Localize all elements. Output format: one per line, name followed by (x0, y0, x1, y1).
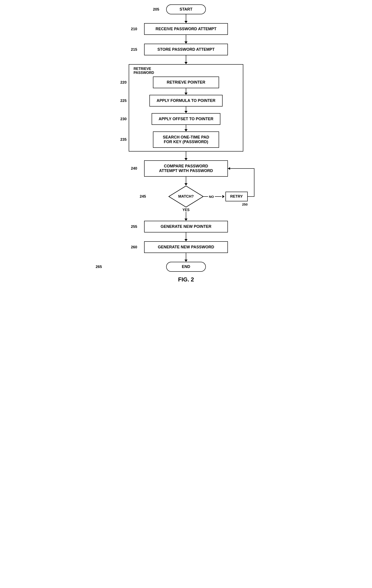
ref-235: 235 (120, 137, 127, 142)
yes-section: YES (182, 208, 190, 221)
end-row: 265 END (109, 262, 263, 272)
gen-password-node: GENERATE NEW PASSWORD (144, 241, 228, 253)
gen-pointer-node: GENERATE NEW POINTER (144, 221, 228, 232)
arrow-offset-search (184, 125, 188, 131)
ref-215: 215 (131, 47, 137, 52)
arrowhead-genpointer-genpassword (184, 239, 188, 241)
store-section: 215 STORE PASSWORD ATTEMPT (144, 44, 228, 64)
line-retrieve-formula (186, 88, 186, 93)
arrowhead-start-receive (184, 21, 188, 23)
arrowhead-store-group (184, 62, 188, 64)
arrow-compare-diamond (186, 177, 186, 183)
ref-225: 225 (120, 99, 127, 103)
ref-205: 205 (153, 7, 159, 12)
gen-pointer-section: 255 GENERATE NEW POINTER (144, 221, 228, 241)
start-section: 205 START (166, 4, 206, 23)
compare-section: 240 COMPARE PASSWORDATTEMPT WITH PASSWOR… (144, 160, 228, 186)
search-otp-row: 235 SEARCH ONE-TIME PADFOR KEY (PASSWORD… (132, 131, 240, 148)
apply-formula-node: APPLY FORMULA TO POINTER (150, 95, 222, 106)
no-h-line2 (215, 196, 221, 197)
line-offset-search (186, 125, 186, 129)
fig-label: FIG. 2 (178, 276, 194, 283)
no-label: NO (209, 195, 214, 199)
arrowhead-formula-offset (184, 111, 188, 113)
yes-label: YES (182, 208, 190, 212)
match-diamond: MATCH? (168, 186, 204, 208)
ref-210: 210 (131, 27, 137, 31)
receive-row: 210 RECEIVE PASSWORD ATTEMPT (144, 23, 228, 35)
arrowhead-yes-genpointer (184, 219, 188, 221)
start-node: START (166, 4, 206, 14)
ref-240: 240 (131, 166, 137, 171)
apply-offset-section: 230 APPLY OFFSET TO POINTER (132, 113, 240, 131)
store-row: 215 STORE PASSWORD ATTEMPT (144, 44, 228, 55)
gen-password-row: 260 GENERATE NEW PASSWORD (144, 241, 228, 253)
gen-pointer-row: 255 GENERATE NEW POINTER (144, 221, 228, 232)
start-row: 205 START (166, 4, 206, 14)
arrowhead-genpassword-end (184, 260, 188, 262)
arrow-yes-genpointer (186, 212, 186, 219)
ref-265: 265 (96, 265, 102, 269)
apply-formula-section: 225 APPLY FORMULA TO POINTER (132, 95, 240, 113)
arrow-group-compare (186, 152, 186, 158)
arrow-store-group (186, 55, 186, 62)
store-node: STORE PASSWORD ATTEMPT (144, 44, 228, 55)
compare-node: COMPARE PASSWORDATTEMPT WITH PASSWORD (144, 160, 228, 177)
ref-255: 255 (131, 224, 137, 229)
arrowhead-compare-diamond (184, 183, 188, 186)
arrow-start-receive (186, 14, 186, 21)
arrow-genpointer-genpassword (186, 232, 186, 239)
retry-node: RETRY (225, 192, 248, 201)
apply-offset-row: 230 APPLY OFFSET TO POINTER (132, 113, 240, 125)
arrowhead-no-retry (222, 195, 225, 198)
receive-node: RECEIVE PASSWORD ATTEMPT (144, 23, 228, 35)
receive-section: 210 RECEIVE PASSWORD ATTEMPT (144, 23, 228, 44)
group-label: RETRIEVEPASSWORD (132, 67, 154, 75)
search-otp-section: 235 SEARCH ONE-TIME PADFOR KEY (PASSWORD… (132, 131, 240, 148)
match-label: MATCH? (178, 194, 194, 199)
arrowhead-offset-search (184, 129, 188, 131)
no-h-line1 (204, 196, 208, 197)
arrow-retrieve-formula (184, 88, 188, 95)
gen-password-section: 260 GENERATE NEW PASSWORD (144, 241, 228, 262)
retrieve-pointer-row: 220 RETRIEVE POINTER (132, 76, 240, 88)
arrow-genpassword-end (186, 253, 186, 260)
compare-row: 240 COMPARE PASSWORDATTEMPT WITH PASSWOR… (144, 160, 228, 177)
no-branch: NO RETRY 250 (204, 192, 248, 201)
flowchart: 205 START 210 RECEIVE PASSWORD ATTEMPT 2… (109, 4, 263, 283)
ref-250: 250 (242, 202, 248, 206)
end-node: END (166, 262, 206, 272)
diagram-container: 205 START 210 RECEIVE PASSWORD ATTEMPT 2… (109, 4, 263, 283)
svg-marker-1 (228, 167, 230, 170)
ref-260: 260 (131, 245, 137, 250)
line-formula-offset (186, 106, 186, 111)
arrow-formula-offset (184, 106, 188, 113)
apply-offset-node: APPLY OFFSET TO POINTER (152, 113, 221, 125)
search-otp-node: SEARCH ONE-TIME PADFOR KEY (PASSWORD) (153, 131, 219, 148)
match-diamond-row: 245 MATCH? NO RETRY 250 (109, 186, 263, 208)
ref-245: 245 (140, 194, 146, 199)
retrieve-pointer-section: 220 RETRIEVE POINTER (132, 76, 240, 95)
group-section: RETRIEVEPASSWORD 220 RETRIEVE POINTER (129, 64, 243, 160)
retrieve-pointer-node: RETRIEVE POINTER (153, 76, 219, 88)
ref-230: 230 (120, 117, 127, 121)
arrowhead-receive-store (184, 42, 188, 44)
retrieve-password-group: RETRIEVEPASSWORD 220 RETRIEVE POINTER (129, 64, 243, 152)
arrow-receive-store (186, 35, 186, 42)
arrowhead-retrieve-formula (184, 93, 188, 95)
arrowhead-group-compare (184, 158, 188, 160)
apply-formula-row: 225 APPLY FORMULA TO POINTER (132, 95, 240, 106)
ref-220: 220 (120, 80, 127, 85)
